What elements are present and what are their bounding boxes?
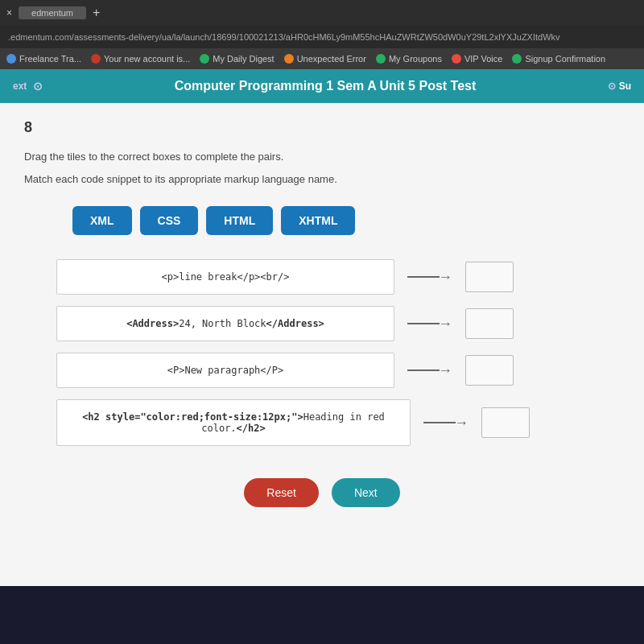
arrow-head-1: → [438, 269, 452, 286]
code-text-3: <P>New paragraph</P> [167, 365, 284, 376]
button-row: Reset Next [24, 478, 620, 507]
submit-icon: ⊙ [608, 80, 616, 92]
bookmark-error[interactable]: Unexpected Error [284, 54, 366, 64]
arrow-head-2: → [438, 316, 452, 332]
instruction-match: Match each code snippet to its appropria… [24, 171, 620, 188]
tiles-row: XML CSS HTML XHTML [72, 206, 620, 235]
instruction-drag: Drag the tiles to the correct boxes to c… [24, 149, 620, 165]
bookmark-label-freelance: Freelance Tra... [19, 54, 81, 64]
bookmark-icon-groupons [376, 54, 386, 64]
tile-css[interactable]: CSS [140, 206, 199, 235]
arrow-1: → [407, 269, 452, 286]
quiz-header-right: ⊙ Su [608, 80, 631, 92]
code-box-1: <p>line break</p><br/> [56, 259, 394, 295]
drop-box-4[interactable] [481, 407, 530, 438]
bookmark-icon-vip [452, 54, 461, 64]
bookmark-vip[interactable]: VIP Voice [452, 54, 503, 64]
next-button[interactable]: Next [332, 478, 400, 507]
matching-area: <p>line break</p><br/> → <Address>24, No… [56, 259, 620, 446]
drop-box-1[interactable] [465, 262, 514, 292]
main-content: 8 Drag the tiles to the correct boxes to… [0, 103, 644, 586]
bookmark-freelance[interactable]: Freelance Tra... [6, 54, 81, 64]
arrow-head-4: → [454, 415, 469, 431]
bookmark-signup[interactable]: Signup Confirmation [512, 54, 605, 64]
arrow-head-3: → [438, 362, 452, 379]
header-arrow-icon: ⊙ [33, 80, 43, 93]
quiz-header: ext ⊙ Computer Programming 1 Sem A Unit … [0, 69, 644, 103]
bookmarks-bar: Freelance Tra... Your new account is... … [0, 48, 644, 69]
question-number: 8 [24, 119, 620, 136]
tile-xml[interactable]: XML [72, 206, 132, 235]
reset-button[interactable]: Reset [244, 478, 319, 507]
bookmark-account[interactable]: Your new account is... [91, 54, 190, 64]
code-text-4a: <h2 style="color:red;font-size:12px;"> [82, 411, 303, 423]
address-bar: .edmentum.com/assessments-delivery/ua/la… [0, 26, 644, 48]
bookmark-label-account: Your new account is... [104, 54, 190, 64]
code-text-2a: <Address> [126, 318, 179, 329]
arrow-3: → [407, 362, 452, 379]
bookmark-label-digest: My Daily Digest [213, 54, 274, 64]
bookmark-icon-digest [200, 54, 209, 64]
header-ext-label[interactable]: ext [13, 80, 27, 92]
bookmark-digest[interactable]: My Daily Digest [200, 54, 274, 64]
active-tab[interactable]: edmentum [19, 6, 86, 19]
code-box-2: <Address>24, North Block</Address> [56, 306, 394, 341]
bookmark-label-signup: Signup Confirmation [525, 54, 605, 64]
code-text-2b: 24, North Block [179, 318, 266, 329]
bookmark-icon-signup [512, 54, 522, 64]
code-text-2c: </Address> [266, 318, 324, 329]
bookmark-icon-error [284, 54, 294, 64]
drop-box-2[interactable] [465, 308, 514, 339]
bookmark-icon-freelance [6, 54, 16, 64]
match-row-1: <p>line break</p><br/> → [56, 259, 620, 295]
code-box-4: <h2 style="color:red;font-size:12px;">He… [56, 399, 411, 446]
code-text-4c: </h2> [237, 423, 266, 434]
quiz-header-left: ext ⊙ [13, 80, 43, 93]
tile-html[interactable]: HTML [206, 206, 273, 235]
bookmark-label-vip: VIP Voice [464, 54, 503, 64]
code-text-1: <p>line break</p><br/> [162, 271, 290, 283]
arrow-2: → [407, 316, 452, 332]
bookmark-icon-account [91, 54, 101, 64]
tab-close-icon[interactable]: × [6, 7, 12, 19]
tile-xhtml[interactable]: XHTML [281, 206, 355, 235]
bookmark-groupons[interactable]: My Groupons [376, 54, 442, 64]
match-row-3: <P>New paragraph</P> → [56, 353, 620, 388]
match-row-2: <Address>24, North Block</Address> → [56, 306, 620, 341]
address-text: .edmentum.com/assessments-delivery/ua/la… [8, 32, 560, 42]
code-box-3: <P>New paragraph</P> [56, 353, 394, 388]
bookmark-label-error: Unexpected Error [297, 54, 366, 64]
new-tab-icon[interactable]: + [93, 6, 100, 20]
browser-top-bar: × edmentum + [0, 0, 644, 26]
submit-label[interactable]: Su [619, 80, 631, 92]
quiz-title: Computer Programming 1 Sem A Unit 5 Post… [43, 79, 607, 93]
drop-box-3[interactable] [465, 355, 514, 386]
bookmark-label-groupons: My Groupons [389, 54, 442, 64]
match-row-4: <h2 style="color:red;font-size:12px;">He… [56, 399, 620, 446]
arrow-4: → [423, 415, 469, 431]
